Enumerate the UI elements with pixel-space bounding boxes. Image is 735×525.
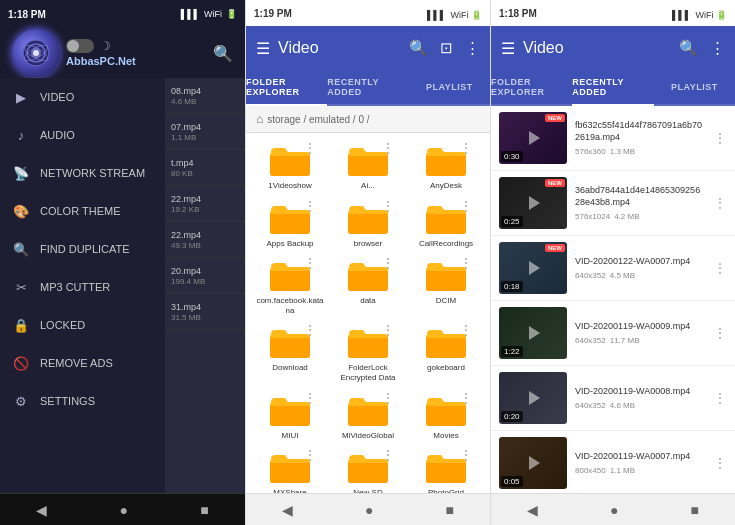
folder-more-icon[interactable]: ⋮ [465, 39, 480, 57]
video-more-icon-3[interactable]: ⋮ [713, 325, 727, 341]
folder-home-icon[interactable]: ● [365, 502, 373, 518]
tab-folder-explorer[interactable]: FOLDER EXPLORER [246, 70, 327, 106]
video-more-icon-0[interactable]: ⋮ [713, 130, 727, 146]
folder-more-icon[interactable]: ⋮ [460, 256, 472, 270]
tab-recent-recently-added[interactable]: RECENTLY ADDED [572, 70, 653, 106]
sidebar-item-audio[interactable]: ♪ AUDIO [0, 116, 165, 154]
file-item-6[interactable]: 20.mp4 199.4 MB [165, 258, 245, 294]
folder-cell-ai[interactable]: ⋮ Ai... [330, 139, 406, 195]
folder-time: 1:19 PM [254, 8, 292, 19]
video-resolution-4: 640x352 [575, 401, 606, 410]
file-item-1[interactable]: 08.mp4 4.6 MB [165, 78, 245, 114]
video-more-icon-1[interactable]: ⋮ [713, 195, 727, 211]
sidebar-search-icon[interactable]: 🔍 [213, 44, 233, 63]
folder-more-icon[interactable]: ⋮ [460, 199, 472, 213]
folder-cell-browser[interactable]: ⋮ browser [330, 197, 406, 253]
recent-nav-icon[interactable]: ■ [200, 502, 208, 518]
folder-more-icon[interactable]: ⋮ [460, 323, 472, 337]
recent-more-icon[interactable]: ⋮ [710, 39, 725, 57]
folder-cell-appsbackup[interactable]: ⋮ Apps Backup [252, 197, 328, 253]
folder-cell-photogrid[interactable]: ⋮ PhotoGrid [408, 446, 484, 493]
tab-recently-added[interactable]: RECENTLY ADDED [327, 70, 408, 106]
video-more-icon-5[interactable]: ⋮ [713, 455, 727, 471]
file-item-3[interactable]: t.mp4 80 KB [165, 150, 245, 186]
back-nav-icon[interactable]: ◀ [36, 502, 47, 518]
folder-more-icon[interactable]: ⋮ [304, 141, 316, 155]
folder-more-icon[interactable]: ⋮ [460, 391, 472, 405]
folder-more-icon[interactable]: ⋮ [304, 448, 316, 462]
sidebar-item-removeads[interactable]: 🚫 REMOVE ADS [0, 344, 165, 382]
folder-more-icon[interactable]: ⋮ [460, 448, 472, 462]
folder-more-icon[interactable]: ⋮ [382, 256, 394, 270]
sidebar-item-cutter[interactable]: ✂ MP3 CUTTER [0, 268, 165, 306]
folder-cell-gokeboard[interactable]: ⋮ gokeboard [408, 321, 484, 386]
theme-toggle[interactable] [66, 39, 94, 53]
folder-more-icon[interactable]: ⋮ [304, 199, 316, 213]
sidebar-item-color[interactable]: 🎨 COLOR THEME [0, 192, 165, 230]
tab-recent-playlist[interactable]: PLAYLIST [654, 70, 735, 106]
folder-menu-btn[interactable]: ☰ [256, 39, 270, 58]
folder-search-icon[interactable]: 🔍 [409, 39, 428, 57]
folder-more-icon[interactable]: ⋮ [382, 141, 394, 155]
sidebar-item-duplicate[interactable]: 🔍 FIND DUPLICATE [0, 230, 165, 268]
file-item-2[interactable]: 07.mp4 1.1 MB [165, 114, 245, 150]
folder-more-icon[interactable]: ⋮ [304, 256, 316, 270]
folder-more-icon[interactable]: ⋮ [304, 323, 316, 337]
video-list-item-4[interactable]: 0:20 VID-20200119-WA0008.mp4 640x352 4.6… [491, 366, 735, 431]
recent-search-icon[interactable]: 🔍 [679, 39, 698, 57]
folder-cell-folderlock[interactable]: ⋮ FolderLock Encrypted Data [330, 321, 406, 386]
file-item-7[interactable]: 31.mp4 31.5 MB [165, 294, 245, 330]
folder-label: FolderLock Encrypted Data [333, 363, 403, 382]
folder-cast-icon[interactable]: ⊡ [440, 39, 453, 57]
folder-cell-anydesk[interactable]: ⋮ AnyDesk [408, 139, 484, 195]
folder-more-icon[interactable]: ⋮ [382, 448, 394, 462]
folder-back-icon[interactable]: ◀ [282, 502, 293, 518]
recent-back-icon[interactable]: ◀ [527, 502, 538, 518]
file-name-4: 22.mp4 [171, 194, 239, 204]
folder-cell-data[interactable]: ⋮ data [330, 254, 406, 319]
folder-cell-callrecordings[interactable]: ⋮ CallRecordings [408, 197, 484, 253]
video-list-item-3[interactable]: 1:22 VID-20200119-WA0009.mp4 640x352 11.… [491, 301, 735, 366]
sidebar-item-network[interactable]: 📡 NETWORK STREAM [0, 154, 165, 192]
folder-cell-newsd[interactable]: ⋮ New SD [330, 446, 406, 493]
svg-marker-8 [529, 261, 540, 275]
video-more-icon-4[interactable]: ⋮ [713, 390, 727, 406]
recent-menu-btn[interactable]: ☰ [501, 39, 515, 58]
video-list-item-2[interactable]: 0:18 NEW VID-20200122-WA0007.mp4 640x352… [491, 236, 735, 301]
tab-playlist[interactable]: PLAYLIST [409, 70, 490, 106]
folder-recent-icon[interactable]: ■ [446, 502, 454, 518]
video-more-icon-2[interactable]: ⋮ [713, 260, 727, 276]
home-nav-icon[interactable]: ● [120, 502, 128, 518]
file-item-5[interactable]: 22.mp4 49.3 MB [165, 222, 245, 258]
home-breadcrumb-icon[interactable]: ⌂ [256, 112, 263, 126]
recent-home-icon[interactable]: ● [610, 502, 618, 518]
folder-signal-icon: ▌▌▌ [427, 10, 446, 20]
video-title-5: VID-20200119-WA0007.mp4 [575, 451, 705, 463]
folder-cell-miui[interactable]: ⋮ MIUI [252, 389, 328, 445]
folder-more-icon[interactable]: ⋮ [382, 199, 394, 213]
sidebar-menu: ▶ VIDEO ♪ AUDIO 📡 NETWORK STREAM 🎨 COLOR… [0, 78, 165, 493]
folder-cell-dcim[interactable]: ⋮ DCIM [408, 254, 484, 319]
video-thumb-5: 0:05 [499, 437, 567, 489]
sidebar-item-video[interactable]: ▶ VIDEO [0, 78, 165, 116]
folder-cell-facebook[interactable]: ⋮ com.facebook.katana [252, 254, 328, 319]
video-list-item-0[interactable]: 0:30 NEW fb632c55f41d44f7867091a6b702619… [491, 106, 735, 171]
folder-more-icon[interactable]: ⋮ [304, 391, 316, 405]
folder-cell-movies[interactable]: ⋮ Movies [408, 389, 484, 445]
folder-cell-mxshare[interactable]: ⋮ MXShare [252, 446, 328, 493]
tab-recent-folder-explorer[interactable]: FOLDER EXPLORER [491, 70, 572, 106]
file-name-6: 20.mp4 [171, 266, 239, 276]
video-icon: ▶ [12, 88, 30, 106]
folder-cell-mivideoglobal[interactable]: ⋮ MiVideoGlobal [330, 389, 406, 445]
folder-more-icon[interactable]: ⋮ [460, 141, 472, 155]
sidebar-item-settings[interactable]: ⚙ SETTINGS [0, 382, 165, 420]
sidebar-item-locked[interactable]: 🔒 LOCKED [0, 306, 165, 344]
recent-square-icon[interactable]: ■ [691, 502, 699, 518]
folder-more-icon[interactable]: ⋮ [382, 391, 394, 405]
file-item-4[interactable]: 22.mp4 19.2 KB [165, 186, 245, 222]
folder-more-icon[interactable]: ⋮ [382, 323, 394, 337]
folder-cell-1Videoshow[interactable]: ⋮ 1Videoshow [252, 139, 328, 195]
video-list-item-1[interactable]: 0:25 NEW 36abd7844a1d4e14865309256 28e43… [491, 171, 735, 236]
video-list-item-5[interactable]: 0:05 VID-20200119-WA0007.mp4 800x450 1.1… [491, 431, 735, 493]
folder-cell-download[interactable]: ⋮ Download [252, 321, 328, 386]
